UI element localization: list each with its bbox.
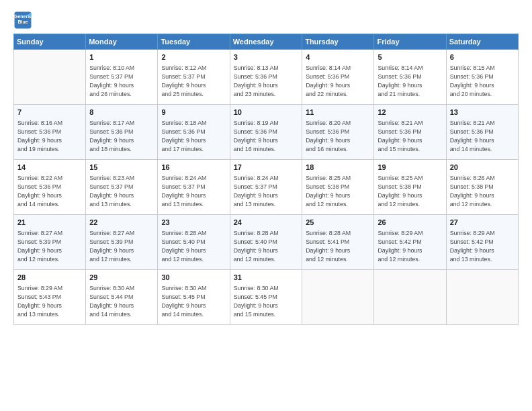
day-info: Sunrise: 8:27 AM Sunset: 5:39 PM Dayligh… [89, 229, 154, 263]
day-number: 27 [450, 218, 515, 228]
header: General Blue [13, 11, 519, 30]
svg-text:Blue: Blue [17, 19, 28, 24]
calendar-day-cell: 3Sunrise: 8:13 AM Sunset: 5:36 PM Daylig… [230, 50, 302, 105]
day-info: Sunrise: 8:17 AM Sunset: 5:36 PM Dayligh… [89, 119, 154, 153]
day-info: Sunrise: 8:20 AM Sunset: 5:36 PM Dayligh… [306, 119, 370, 153]
calendar-day-cell: 30Sunrise: 8:30 AM Sunset: 5:45 PM Dayli… [158, 270, 230, 325]
calendar-day-cell: 20Sunrise: 8:26 AM Sunset: 5:38 PM Dayli… [446, 160, 518, 215]
logo-icon: General Blue [13, 11, 32, 30]
day-number: 28 [17, 273, 82, 283]
day-info: Sunrise: 8:28 AM Sunset: 5:40 PM Dayligh… [161, 229, 226, 263]
day-info: Sunrise: 8:13 AM Sunset: 5:36 PM Dayligh… [234, 64, 298, 98]
day-number: 1 [89, 52, 154, 62]
calendar-day-cell: 28Sunrise: 8:29 AM Sunset: 5:43 PM Dayli… [14, 270, 86, 325]
calendar-day-cell: 5Sunrise: 8:14 AM Sunset: 5:36 PM Daylig… [374, 50, 446, 105]
day-number: 29 [89, 273, 154, 283]
calendar-body: 1Sunrise: 8:10 AM Sunset: 5:37 PM Daylig… [14, 50, 519, 325]
day-info: Sunrise: 8:21 AM Sunset: 5:36 PM Dayligh… [378, 119, 442, 153]
calendar-day-cell: 1Sunrise: 8:10 AM Sunset: 5:37 PM Daylig… [86, 50, 158, 105]
day-info: Sunrise: 8:21 AM Sunset: 5:36 PM Dayligh… [450, 119, 515, 153]
day-info: Sunrise: 8:29 AM Sunset: 5:42 PM Dayligh… [378, 229, 442, 263]
calendar-week-row: 21Sunrise: 8:27 AM Sunset: 5:39 PM Dayli… [14, 215, 519, 270]
day-info: Sunrise: 8:30 AM Sunset: 5:45 PM Dayligh… [161, 284, 226, 318]
day-info: Sunrise: 8:28 AM Sunset: 5:40 PM Dayligh… [234, 229, 298, 263]
calendar-day-cell: 22Sunrise: 8:27 AM Sunset: 5:39 PM Dayli… [86, 215, 158, 270]
day-number: 21 [17, 218, 82, 228]
day-number: 11 [306, 107, 370, 118]
day-info: Sunrise: 8:30 AM Sunset: 5:45 PM Dayligh… [234, 284, 298, 318]
calendar-day-cell: 25Sunrise: 8:28 AM Sunset: 5:41 PM Dayli… [302, 215, 374, 270]
calendar-day-cell: 24Sunrise: 8:28 AM Sunset: 5:40 PM Dayli… [230, 215, 302, 270]
weekday-header: Thursday [302, 34, 374, 50]
calendar-day-cell: 27Sunrise: 8:29 AM Sunset: 5:42 PM Dayli… [446, 215, 518, 270]
day-number: 12 [378, 107, 442, 118]
weekday-header: Tuesday [158, 34, 230, 50]
calendar-day-cell: 9Sunrise: 8:18 AM Sunset: 5:36 PM Daylig… [158, 105, 230, 160]
calendar-day-cell: 13Sunrise: 8:21 AM Sunset: 5:36 PM Dayli… [446, 105, 518, 160]
day-info: Sunrise: 8:27 AM Sunset: 5:39 PM Dayligh… [17, 229, 82, 263]
calendar-day-cell: 4Sunrise: 8:14 AM Sunset: 5:36 PM Daylig… [302, 50, 374, 105]
calendar-day-cell: 7Sunrise: 8:16 AM Sunset: 5:36 PM Daylig… [14, 105, 86, 160]
day-number: 13 [450, 107, 515, 118]
day-number: 10 [234, 107, 298, 118]
calendar-day-cell: 14Sunrise: 8:22 AM Sunset: 5:36 PM Dayli… [14, 160, 86, 215]
day-number: 2 [161, 52, 226, 62]
day-info: Sunrise: 8:14 AM Sunset: 5:36 PM Dayligh… [378, 64, 442, 98]
day-number: 14 [17, 163, 82, 173]
calendar-day-cell: 15Sunrise: 8:23 AM Sunset: 5:37 PM Dayli… [86, 160, 158, 215]
calendar-day-cell: 26Sunrise: 8:29 AM Sunset: 5:42 PM Dayli… [374, 215, 446, 270]
calendar-day-cell [374, 270, 446, 325]
day-info: Sunrise: 8:24 AM Sunset: 5:37 PM Dayligh… [234, 174, 298, 208]
day-info: Sunrise: 8:24 AM Sunset: 5:37 PM Dayligh… [161, 174, 226, 208]
weekday-header: Wednesday [230, 34, 302, 50]
day-number: 30 [161, 273, 226, 283]
day-info: Sunrise: 8:23 AM Sunset: 5:37 PM Dayligh… [89, 174, 154, 208]
day-number: 25 [306, 218, 370, 228]
weekday-header: Saturday [446, 34, 518, 50]
calendar-day-cell: 21Sunrise: 8:27 AM Sunset: 5:39 PM Dayli… [14, 215, 86, 270]
day-number: 19 [378, 163, 442, 173]
day-info: Sunrise: 8:10 AM Sunset: 5:37 PM Dayligh… [89, 64, 154, 98]
day-info: Sunrise: 8:25 AM Sunset: 5:38 PM Dayligh… [306, 174, 370, 208]
day-number: 6 [450, 52, 515, 62]
calendar-header: SundayMondayTuesdayWednesdayThursdayFrid… [14, 34, 519, 50]
day-number: 5 [378, 52, 442, 62]
calendar-day-cell: 11Sunrise: 8:20 AM Sunset: 5:36 PM Dayli… [302, 105, 374, 160]
day-number: 24 [234, 218, 298, 228]
calendar-day-cell: 8Sunrise: 8:17 AM Sunset: 5:36 PM Daylig… [86, 105, 158, 160]
calendar-day-cell: 31Sunrise: 8:30 AM Sunset: 5:45 PM Dayli… [230, 270, 302, 325]
day-info: Sunrise: 8:19 AM Sunset: 5:36 PM Dayligh… [234, 119, 298, 153]
calendar-day-cell: 16Sunrise: 8:24 AM Sunset: 5:37 PM Dayli… [158, 160, 230, 215]
day-info: Sunrise: 8:28 AM Sunset: 5:41 PM Dayligh… [306, 229, 370, 263]
day-number: 8 [89, 107, 154, 118]
logo: General Blue [13, 11, 35, 30]
day-number: 16 [161, 163, 226, 173]
weekday-header: Sunday [14, 34, 86, 50]
calendar-day-cell: 12Sunrise: 8:21 AM Sunset: 5:36 PM Dayli… [374, 105, 446, 160]
day-info: Sunrise: 8:18 AM Sunset: 5:36 PM Dayligh… [161, 119, 226, 153]
calendar-week-row: 1Sunrise: 8:10 AM Sunset: 5:37 PM Daylig… [14, 50, 519, 105]
day-info: Sunrise: 8:25 AM Sunset: 5:38 PM Dayligh… [378, 174, 442, 208]
calendar-day-cell [14, 50, 86, 105]
day-number: 15 [89, 163, 154, 173]
calendar-day-cell: 6Sunrise: 8:15 AM Sunset: 5:36 PM Daylig… [446, 50, 518, 105]
calendar-day-cell [446, 270, 518, 325]
day-number: 3 [234, 52, 298, 62]
day-number: 18 [306, 163, 370, 173]
day-number: 22 [89, 218, 154, 228]
day-info: Sunrise: 8:14 AM Sunset: 5:36 PM Dayligh… [306, 64, 370, 98]
day-info: Sunrise: 8:12 AM Sunset: 5:37 PM Dayligh… [161, 64, 226, 98]
calendar-day-cell [302, 270, 374, 325]
calendar-day-cell: 10Sunrise: 8:19 AM Sunset: 5:36 PM Dayli… [230, 105, 302, 160]
day-number: 7 [17, 107, 82, 118]
day-number: 23 [161, 218, 226, 228]
weekday-row: SundayMondayTuesdayWednesdayThursdayFrid… [14, 34, 519, 50]
day-number: 9 [161, 107, 226, 118]
page-container: General Blue SundayMondayTuesdayWednesda… [0, 0, 532, 332]
calendar-day-cell: 19Sunrise: 8:25 AM Sunset: 5:38 PM Dayli… [374, 160, 446, 215]
calendar-week-row: 7Sunrise: 8:16 AM Sunset: 5:36 PM Daylig… [14, 105, 519, 160]
calendar-day-cell: 23Sunrise: 8:28 AM Sunset: 5:40 PM Dayli… [158, 215, 230, 270]
calendar-day-cell: 17Sunrise: 8:24 AM Sunset: 5:37 PM Dayli… [230, 160, 302, 215]
calendar-day-cell: 29Sunrise: 8:30 AM Sunset: 5:44 PM Dayli… [86, 270, 158, 325]
day-info: Sunrise: 8:16 AM Sunset: 5:36 PM Dayligh… [17, 119, 82, 153]
